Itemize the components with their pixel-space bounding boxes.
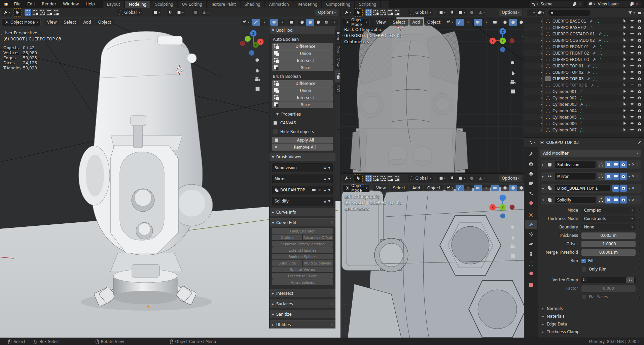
selectable-toggle-icon[interactable] xyxy=(622,115,627,119)
tab-scene[interactable] xyxy=(525,189,537,197)
overlays-dropdown[interactable]: ▾ xyxy=(482,185,490,191)
tab-tool[interactable] xyxy=(525,150,537,158)
edit-mode-toggle[interactable] xyxy=(605,196,612,203)
selectability-dropdown[interactable]: ▾ xyxy=(445,19,454,26)
curve-edit-button[interactable]: Recursive Offset xyxy=(303,234,333,240)
hide-in-viewport-toggle[interactable] xyxy=(627,38,634,43)
hide-in-viewport-toggle[interactable] xyxy=(627,115,634,120)
select-mode-extend[interactable] xyxy=(372,175,379,182)
select-mode-invert[interactable] xyxy=(387,175,393,182)
outliner-item-label[interactable]: Cylinder.006 xyxy=(552,121,577,126)
selectable-toggle-icon[interactable] xyxy=(622,38,627,42)
hide-in-viewport-toggle[interactable] xyxy=(627,70,634,75)
mesh-object-icon[interactable] xyxy=(545,70,551,75)
workspace-tab[interactable]: Animation xyxy=(265,1,293,8)
move-down-icon[interactable]: ▼ xyxy=(328,199,330,203)
viewport-menu-item[interactable]: Object xyxy=(424,185,443,191)
xray-toggle[interactable] xyxy=(491,19,499,26)
transform-orientation-dropdown[interactable]: Global▾ xyxy=(117,9,142,16)
select-mode-invert[interactable] xyxy=(46,9,52,16)
animate-dot[interactable] xyxy=(636,217,641,220)
viewport-3d-left[interactable]: Object Mode▾ ViewSelectAddObject ▾ ▾ ▾ xyxy=(341,183,524,338)
outliner-item-label[interactable]: CUERPO COSTADO 02 xyxy=(552,38,595,43)
bool-tool-panel-header[interactable]: ▼ Bool Tool ⠿ xyxy=(270,26,335,34)
selectable-toggle-icon[interactable] xyxy=(622,108,627,113)
disable-in-render-toggle[interactable] xyxy=(637,64,642,68)
expand-arrow-icon[interactable]: ▸ xyxy=(541,103,545,106)
hide-in-viewport-toggle[interactable] xyxy=(627,76,634,82)
select-box-tool-button[interactable] xyxy=(354,174,363,182)
curve-edit-button[interactable]: Outline xyxy=(272,234,302,240)
selectable-toggle-icon[interactable] xyxy=(622,76,627,81)
hide-in-viewport-toggle[interactable] xyxy=(627,95,634,101)
modifier-name-field[interactable]: Mirror xyxy=(555,173,596,180)
viewport-menu-item[interactable]: Add xyxy=(409,19,423,26)
workspace-tab[interactable]: Texture Paint xyxy=(207,1,240,8)
select-mode-subtract[interactable] xyxy=(39,9,45,16)
animate-dot[interactable] xyxy=(636,226,641,228)
selectable-toggle-icon[interactable] xyxy=(622,25,627,30)
sidebar-tab[interactable]: Item xyxy=(335,30,341,42)
render-toggle[interactable] xyxy=(620,185,627,192)
expand-arrow-icon[interactable]: ▸ xyxy=(541,39,545,42)
mesh-object-icon[interactable] xyxy=(545,83,551,88)
edit-mode-toggle[interactable] xyxy=(605,173,612,180)
view-layer-selector[interactable]: ▾ View Layer ✕ xyxy=(587,1,641,7)
move-down-icon[interactable]: ▼ xyxy=(328,166,330,169)
outliner-item-label[interactable]: CUERPO TOP 03 B xyxy=(552,83,587,88)
menubar-item[interactable]: File xyxy=(10,2,24,6)
drag-handle-icon[interactable]: ⠿ xyxy=(636,187,639,190)
outliner-item-label[interactable]: Cylinder.005 xyxy=(552,115,577,120)
hide-in-viewport-toggle[interactable] xyxy=(627,121,634,126)
collapsed-panel-header[interactable]: ► Intersect ⠿ xyxy=(270,289,335,297)
shading-solid-button[interactable] xyxy=(509,19,517,26)
move-down-icon[interactable]: ▼ xyxy=(328,188,330,192)
delete-modifier-icon[interactable]: ✕ xyxy=(632,198,635,202)
animate-dot[interactable] xyxy=(636,243,641,245)
selectable-toggle-icon[interactable] xyxy=(622,121,627,126)
boolean-op-button[interactable]: Union xyxy=(272,87,333,94)
sidebar-tab[interactable]: View xyxy=(335,56,341,69)
shading-material-button[interactable] xyxy=(517,19,524,26)
add-modifier-dropdown[interactable]: Add Modifier▾ xyxy=(540,150,641,157)
outliner-item-label[interactable]: Cylinder.007 xyxy=(552,128,577,132)
pan-hand-icon[interactable] xyxy=(510,234,516,240)
boundary-dropdown[interactable]: None▾ xyxy=(581,224,636,230)
hide-in-viewport-toggle[interactable] xyxy=(627,31,634,37)
tab-output[interactable] xyxy=(525,169,537,178)
selectable-toggle-icon[interactable] xyxy=(622,19,627,23)
gizmos-toggle[interactable] xyxy=(456,19,464,26)
render-toggle[interactable] xyxy=(620,196,627,203)
select-mode-subtract[interactable] xyxy=(380,9,386,16)
proportional-editing-toggle[interactable] xyxy=(192,9,199,16)
pin-icon[interactable] xyxy=(637,140,642,145)
disable-in-render-toggle[interactable] xyxy=(637,128,642,132)
modifier-name-field[interactable]: Solidify xyxy=(555,197,596,203)
hide-in-viewport-toggle[interactable] xyxy=(627,57,634,62)
apply-all-button[interactable]: Apply All xyxy=(272,137,333,144)
workspace-tab[interactable]: Modeling xyxy=(125,1,150,8)
gizmos-dropdown[interactable]: ▾ xyxy=(464,185,472,191)
mesh-object-icon[interactable] xyxy=(545,108,551,113)
drag-handle-icon[interactable]: ⠿ xyxy=(330,323,333,326)
realtime-toggle[interactable] xyxy=(612,173,619,180)
tab-render[interactable] xyxy=(525,159,537,168)
select-mode-extend[interactable] xyxy=(32,9,38,16)
sidebar-tab[interactable]: Edit xyxy=(335,70,341,82)
options-dropdown[interactable]: Options▾ xyxy=(315,9,338,16)
drag-handle-icon[interactable]: ⠿ xyxy=(636,175,639,178)
boolean-op-button[interactable]: Difference xyxy=(272,43,333,50)
outliner-item-label[interactable]: CUERPO COSTADO 01 xyxy=(552,32,595,36)
shading-solid-button[interactable] xyxy=(509,185,517,191)
outliner-item-label[interactable]: CUERPO FRONT 03 xyxy=(552,57,589,62)
disable-in-render-toggle[interactable] xyxy=(637,44,642,49)
workspace-tab[interactable]: Compositing xyxy=(322,1,354,8)
curve-info-panel-header[interactable]: ► Curve Info ⠿ xyxy=(270,208,335,216)
snap-target-dropdown[interactable]: ▾ xyxy=(457,9,467,16)
add-workspace-button[interactable]: + xyxy=(381,1,389,8)
active-tool-dropdown[interactable]: ▾ xyxy=(2,9,12,16)
workspace-tab[interactable]: Sculpting xyxy=(151,1,177,8)
select-mode-intersect[interactable] xyxy=(394,175,400,182)
selectable-toggle-icon[interactable] xyxy=(622,57,627,62)
mode-dropdown[interactable]: Object Mode▾ xyxy=(2,19,41,26)
